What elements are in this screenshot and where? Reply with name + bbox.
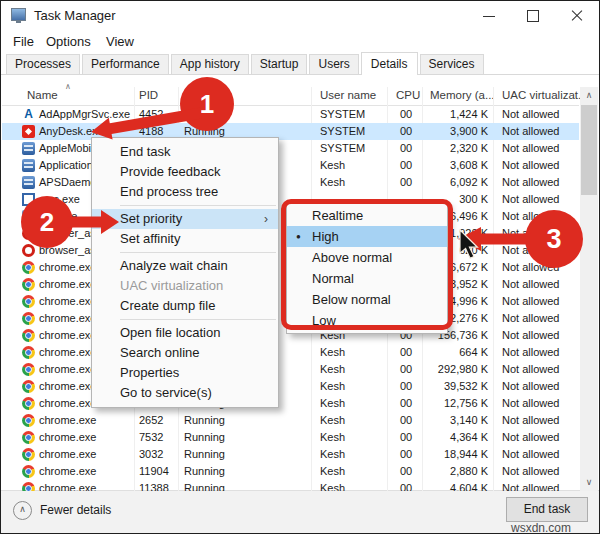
process-user: Kesh [320, 465, 345, 477]
process-uac: Not allowed [502, 125, 559, 137]
menu-separator [92, 249, 278, 256]
chrome-icon [22, 312, 35, 325]
tab-services[interactable]: Services [420, 54, 484, 74]
process-memory: 3,140 K [420, 414, 488, 426]
process-pid: 4188 [139, 125, 163, 137]
process-cpu: 00 [393, 125, 419, 137]
vertical-scrollbar[interactable]: ∧ ∨ [580, 87, 598, 491]
column-header-user-name[interactable]: User name [320, 89, 376, 101]
table-row[interactable]: ApplicationFrKesh003,608 KNot allowed [2, 157, 579, 174]
menu-separator [92, 316, 278, 323]
menu-item-end-process-tree[interactable]: End process tree [92, 182, 278, 202]
process-pid: 7532 [139, 431, 163, 443]
process-memory: 4,364 K [420, 431, 488, 443]
chrome-icon [22, 261, 35, 274]
menubar-item-view[interactable]: View [106, 34, 134, 49]
menu-item-properties[interactable]: Properties [92, 363, 278, 383]
process-name: chrome.exe [39, 448, 96, 460]
annotation-highlight-box [281, 199, 453, 330]
process-uac: Not allowed [502, 278, 559, 290]
menu-item-set-affinity[interactable]: Set affinity [92, 229, 278, 249]
process-memory: 12,756 K [420, 397, 488, 409]
menu-item-end-task[interactable]: End task [92, 142, 278, 162]
table-row[interactable]: chrome.exe2960RunningKesh0012,756 KNot a… [2, 395, 579, 412]
menu-item-create-dump-file[interactable]: Create dump file [92, 296, 278, 316]
table-row[interactable]: chrome.exe11904RunningKesh002,880 KNot a… [2, 463, 579, 480]
process-memory: 3,608 K [420, 159, 488, 171]
tab-users[interactable]: Users [309, 54, 358, 74]
column-header-memory[interactable]: Memory (a... [430, 89, 495, 101]
process-memory: 6,092 K [420, 176, 488, 188]
process-uac: Not allowed [502, 363, 559, 375]
tab-processes[interactable]: Processes [6, 54, 80, 74]
tab-performance[interactable]: Performance [82, 54, 169, 74]
process-uac: Not allowed [502, 397, 559, 409]
column-header-uac[interactable]: UAC virtualizat... [502, 89, 588, 101]
process-user: Kesh [320, 448, 345, 460]
appblue-icon [22, 176, 35, 189]
annotation-badge-2: 2 [21, 196, 73, 248]
window-title: Task Manager [34, 8, 116, 23]
process-name: chrome.exe [39, 414, 96, 426]
menu-item-provide-feedback[interactable]: Provide feedback [92, 162, 278, 182]
process-uac: Not allowed [502, 380, 559, 392]
fewer-details-toggle[interactable]: ∧Fewer details [13, 501, 111, 520]
menu-item-uac-virtualization[interactable]: UAC virtualization [92, 276, 278, 296]
close-button[interactable] [555, 1, 599, 31]
tab-app-history[interactable]: App history [171, 54, 249, 74]
process-name: chrome.exe [39, 482, 96, 491]
scroll-up-icon[interactable]: ∧ [580, 87, 598, 104]
scrollbar-thumb[interactable] [581, 105, 597, 195]
chrome-icon [22, 465, 35, 478]
menu-item-go-to-service-s-[interactable]: Go to service(s) [92, 383, 278, 403]
process-name: chrome.exe [39, 465, 96, 477]
process-memory: 3,900 K [420, 125, 488, 137]
scroll-down-icon[interactable]: ∨ [580, 474, 598, 491]
maximize-button[interactable] [511, 1, 555, 31]
process-user: Kesh [320, 397, 345, 409]
tab-details[interactable]: Details [361, 52, 418, 75]
table-row[interactable]: chrome.exe7532RunningKesh004,364 KNot al… [2, 429, 579, 446]
menubar-item-file[interactable]: File [13, 34, 34, 49]
table-row[interactable]: AppleMobileDSYSTEM002,320 KNot allowed [2, 140, 579, 157]
process-uac: Not allowed [502, 329, 559, 341]
column-header-cpu[interactable]: CPU [396, 89, 420, 101]
menubar-item-options[interactable]: Options [46, 34, 91, 49]
process-name: chrome.exe [39, 431, 96, 443]
process-name: chrome.exe [39, 261, 96, 273]
process-cpu: 00 [393, 431, 419, 443]
column-header-pid[interactable]: PID [139, 89, 158, 101]
table-row[interactable]: AAdAppMgrSvc.exe4452RunningSYSTEM001,424… [2, 106, 579, 123]
menu-separator [92, 202, 278, 209]
table-row[interactable]: chrome.exe11388RunningKesh004,604 KNot a… [2, 480, 579, 491]
process-uac: Not allowed [502, 176, 559, 188]
process-user: SYSTEM [320, 125, 365, 137]
chrome-icon [22, 278, 35, 291]
process-uac: Not allowed [502, 142, 559, 154]
table-row[interactable]: AnyDesk.exe4188RunningSYSTEM003,900 KNot… [2, 123, 579, 140]
tab-startup[interactable]: Startup [251, 54, 308, 74]
menu-item-search-online[interactable]: Search online [92, 343, 278, 363]
chrome-icon [22, 397, 35, 410]
table-row[interactable]: chrome.exeKesh00664 KNot allowed [2, 344, 579, 361]
menu-item-set-priority[interactable]: Set priority› [92, 209, 278, 229]
minimize-button[interactable] [467, 1, 511, 31]
process-memory: 2,880 K [420, 465, 488, 477]
chrome-icon [22, 363, 35, 376]
menu-item-analyze-wait-chain[interactable]: Analyze wait chain [92, 256, 278, 276]
table-row[interactable]: chrome.exe2652RunningKesh003,140 KNot al… [2, 412, 579, 429]
menu-item-open-file-location[interactable]: Open file location [92, 323, 278, 343]
table-row[interactable]: chrome.exeKesh0039,532 KNot allowed [2, 378, 579, 395]
footer-bar: ∧Fewer details End task wsxdn.com [1, 490, 599, 533]
column-header-name[interactable]: Name [27, 89, 58, 101]
table-row[interactable]: chrome.exe3032RunningKesh0018,944 KNot a… [2, 446, 579, 463]
annotation-badge-1: 1 [180, 77, 234, 131]
process-name: chrome.exe [39, 329, 96, 341]
redring-icon [22, 244, 35, 257]
sort-ascending-icon: ∧ [65, 82, 71, 91]
process-uac: Not allowed [502, 295, 559, 307]
tab-strip: ProcessesPerformanceApp historyStartupUs… [1, 53, 599, 75]
table-row[interactable]: APSDaemon.Kesh006,092 KNot allowed [2, 174, 579, 191]
table-row[interactable]: chrome.exeKesh00292,980 KNot allowed [2, 361, 579, 378]
end-task-button[interactable]: End task [506, 497, 588, 522]
